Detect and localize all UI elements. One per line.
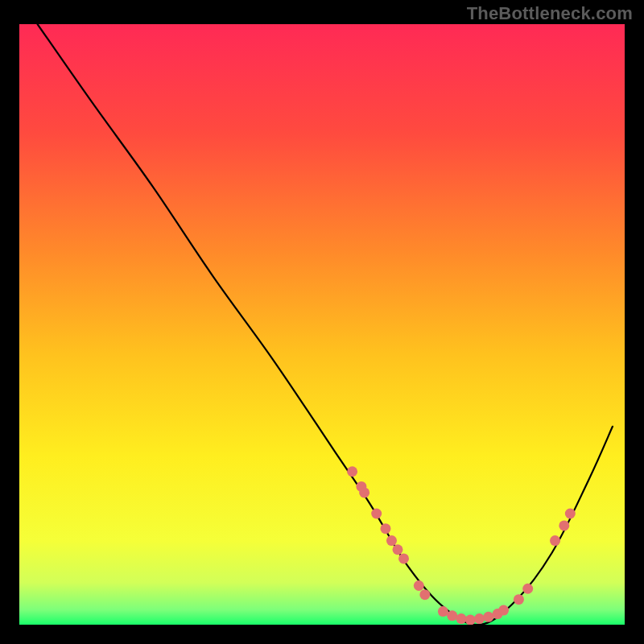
data-point <box>474 613 485 624</box>
data-point <box>371 508 382 518</box>
data-point <box>438 606 448 617</box>
data-point <box>414 580 424 591</box>
data-point <box>483 612 493 622</box>
watermark-text: TheBottleneck.com <box>467 5 633 23</box>
data-point <box>514 594 524 605</box>
data-point <box>550 535 560 546</box>
data-point <box>447 610 457 621</box>
data-point <box>380 523 390 534</box>
chart-container: { "watermark": "TheBottleneck.com", "cha… <box>0 0 644 644</box>
data-point <box>465 615 476 625</box>
data-point <box>498 605 509 616</box>
data-point <box>522 584 533 594</box>
data-point <box>419 589 430 600</box>
data-point <box>565 508 576 518</box>
data-point <box>559 520 569 530</box>
data-point <box>347 466 357 477</box>
data-point <box>386 535 397 546</box>
gradient-background <box>19 24 625 625</box>
data-point <box>398 553 409 564</box>
data-point <box>456 613 466 624</box>
data-point <box>359 487 369 497</box>
bottleneck-chart <box>0 0 644 644</box>
data-point <box>393 544 403 555</box>
